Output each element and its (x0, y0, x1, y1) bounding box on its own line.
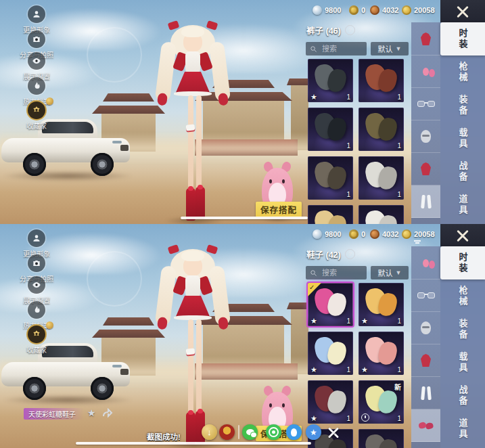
category-pants[interactable] (411, 185, 440, 218)
category-glasses[interactable] (411, 88, 440, 120)
item-tile[interactable]: ★ 1 (359, 283, 404, 326)
category-outfit[interactable] (411, 344, 440, 377)
search-box[interactable] (306, 266, 367, 279)
category-hair[interactable] (411, 55, 440, 88)
owned-star-icon: ★ (361, 365, 368, 374)
item-tile[interactable]: ★ 1 (308, 332, 353, 375)
tab-props[interactable]: 道具 (440, 412, 485, 445)
owned-star-icon: ★ (310, 414, 317, 422)
item-tile[interactable]: ★ 1 (359, 332, 404, 375)
tab-vehicles[interactable]: 载具 (440, 346, 485, 379)
tab-props[interactable]: 道具 (440, 188, 485, 221)
outfit-icon (421, 354, 431, 367)
tab-equipment[interactable]: 装备 (440, 313, 485, 346)
save-outfit-button[interactable]: 保存搭配 (256, 202, 302, 217)
close-button[interactable] (440, 224, 485, 248)
check-icon: ✓ (309, 284, 315, 291)
sort-label: 默认 (378, 267, 393, 278)
share-close-icon[interactable] (327, 426, 340, 439)
sort-dropdown[interactable]: 默认 ▼ (371, 42, 409, 55)
flame-icon (32, 81, 41, 91)
item-count: 1 (346, 366, 350, 374)
item-tile[interactable]: 新 1 (359, 380, 404, 424)
share-divider (238, 425, 239, 439)
item-count: 1 (346, 191, 350, 198)
owned-star-icon: ★ (310, 93, 317, 101)
item-tile[interactable]: 1 (359, 108, 404, 151)
help-icon[interactable]: ? (345, 249, 355, 259)
currency-value: 20058 (414, 230, 435, 238)
wechat-share-button[interactable] (242, 424, 258, 440)
equipped-item-label: 天使彩虹糖鞋子 (24, 408, 84, 420)
category-face-mask[interactable] (411, 120, 440, 153)
face-mask-icon (421, 130, 431, 143)
search-input[interactable] (321, 44, 363, 53)
player-character (160, 246, 225, 447)
menu-collector[interactable]: 收藏家 (26, 326, 47, 355)
item-tile[interactable]: ★ 1 (308, 59, 353, 102)
search-icon (310, 269, 317, 277)
category-hair[interactable] (411, 247, 440, 279)
item-tile[interactable] (308, 205, 353, 224)
item-tile[interactable]: 1 (308, 156, 353, 200)
tab-label: 战备 (457, 161, 469, 183)
qq-share-button[interactable] (286, 424, 302, 440)
camera-icon (32, 35, 41, 44)
item-count: 1 (397, 191, 401, 198)
item-tile[interactable]: 1 (359, 156, 404, 200)
close-icon (455, 5, 470, 20)
item-count: 1 (397, 93, 401, 101)
tab-vehicles[interactable]: 载具 (440, 122, 485, 155)
favorite-star-icon[interactable]: ★ (87, 407, 96, 418)
item-tile[interactable] (359, 205, 404, 224)
item-tile-selected[interactable]: ✓ ★ 1 (308, 283, 353, 326)
item-tile[interactable] (359, 429, 404, 448)
category-face-mask[interactable] (411, 312, 440, 344)
item-tile[interactable]: 1 (359, 59, 404, 102)
close-button[interactable] (440, 0, 485, 24)
shoes-icon (418, 422, 427, 429)
game-logo-share-button[interactable] (219, 424, 235, 440)
currency-gold: 20058 (402, 229, 435, 240)
category-outfit-alt[interactable] (411, 153, 440, 185)
new-badge: 新 (394, 382, 401, 392)
tab-supplies[interactable]: 战备 (440, 155, 485, 188)
player-character (160, 22, 225, 223)
share-item-icon[interactable] (102, 408, 113, 418)
search-box[interactable] (306, 42, 367, 55)
qzone-share-button[interactable]: ★ (306, 424, 321, 440)
item-tile[interactable]: ★ 1 (308, 380, 353, 424)
tab-fashion[interactable]: 时装 (440, 246, 485, 279)
tab-supplies[interactable]: 战备 (440, 379, 485, 412)
help-icon[interactable]: ? (345, 25, 355, 35)
search-input[interactable] (321, 268, 363, 277)
menu-collector[interactable]: 收藏家 (26, 102, 47, 131)
search-icon (310, 45, 317, 53)
save-image-button[interactable]: ↓ (202, 424, 217, 440)
menu-label: 收藏家 (26, 344, 47, 355)
item-count: 1 (397, 366, 401, 374)
category-pants[interactable] (411, 377, 440, 409)
person-icon (32, 233, 41, 243)
currency-voucher: 9800 (313, 5, 341, 16)
tab-firearms[interactable]: 枪械 (440, 55, 485, 89)
bronze-coin-icon (370, 5, 379, 15)
wechat-moments-share-button[interactable] (266, 424, 281, 440)
tab-equipment[interactable]: 装备 (440, 89, 485, 122)
silver-voucher-icon (313, 5, 322, 15)
item-count: 1 (397, 142, 401, 150)
item-count: 1 (397, 415, 401, 422)
sports-car (0, 338, 134, 405)
tab-fashion[interactable]: 时装 (440, 22, 485, 55)
category-shoes[interactable] (411, 409, 440, 442)
currency-value: 20058 (414, 6, 435, 14)
sort-dropdown[interactable]: 默认 ▼ (371, 266, 409, 279)
currency-value: 9800 (325, 6, 341, 14)
tab-label: 载具 (457, 128, 469, 150)
currency-voucher: 9800 (313, 229, 341, 240)
category-outfit[interactable] (411, 23, 440, 55)
category-glasses[interactable] (411, 279, 440, 312)
outfit-icon (421, 32, 431, 45)
item-tile[interactable]: 1 (308, 108, 353, 151)
tab-firearms[interactable]: 枪械 (440, 279, 485, 313)
